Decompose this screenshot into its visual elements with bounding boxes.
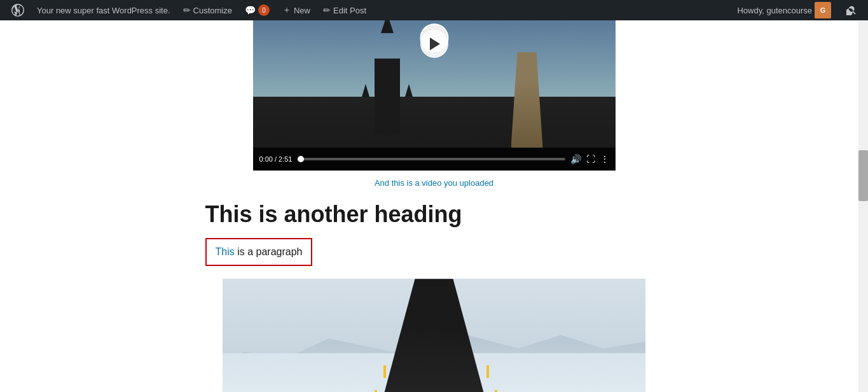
video-frame: [253, 20, 616, 148]
admin-bar: Your new super fast WordPress site. ✏ Cu…: [0, 0, 868, 20]
customize-item[interactable]: ✏ Customize: [177, 0, 238, 20]
new-icon: ＋: [282, 4, 291, 16]
road-marker-right-2: [486, 365, 489, 378]
paragraph-part2: is a paragraph: [235, 246, 303, 257]
wp-logo-item[interactable]: [5, 0, 31, 20]
volume-icon[interactable]: 🔊: [570, 154, 581, 164]
edit-post-label: Edit Post: [333, 6, 366, 15]
play-button[interactable]: [420, 30, 448, 58]
tower-spire: [381, 20, 394, 33]
video-container: 0:00 / 2:51 🔊 ⛶ ⋮: [253, 20, 616, 171]
howdy-item[interactable]: Howdy, gutencourse G: [731, 0, 837, 20]
tower-left-spire: [362, 84, 369, 97]
admin-bar-left: Your new super fast WordPress site. ✏ Cu…: [5, 0, 731, 20]
tower-right-spire: [405, 84, 413, 97]
post-image: [223, 279, 645, 392]
site-name-text: Your new super fast WordPress site.: [37, 6, 170, 15]
video-controls: 0:00 / 2:51 🔊 ⛶ ⋮: [253, 148, 616, 171]
progress-dot: [298, 156, 304, 162]
customize-icon: ✏: [183, 5, 191, 15]
comments-item[interactable]: 💬 0: [238, 0, 276, 20]
edit-icon: ✏: [323, 5, 331, 15]
avatar: G: [815, 2, 831, 18]
site-name-item[interactable]: Your new super fast WordPress site.: [31, 0, 177, 20]
tower-main: [375, 59, 400, 135]
scrollbar-thumb[interactable]: [858, 150, 868, 201]
video-time: 0:00 / 2:51: [259, 155, 293, 163]
video-caption: And this is a video you uploaded: [0, 178, 868, 188]
page-content: 0:00 / 2:51 🔊 ⛶ ⋮ And this is a video yo…: [0, 20, 868, 392]
paragraph-part1: This: [216, 246, 235, 257]
howdy-text: Howdy, gutencourse: [737, 6, 812, 15]
more-options-icon[interactable]: ⋮: [600, 154, 609, 164]
comments-icon: 💬: [245, 5, 256, 15]
edit-post-item[interactable]: ✏ Edit Post: [317, 0, 373, 20]
road-marker-left-2: [383, 365, 386, 378]
avatar-initials: G: [820, 6, 826, 14]
content-area: This is another heading This is a paragr…: [193, 200, 676, 392]
scrollbar-track[interactable]: [858, 20, 868, 392]
progress-bar[interactable]: [298, 158, 565, 160]
admin-bar-right: Howdy, gutencourse G: [731, 0, 863, 20]
customize-label: Customize: [193, 6, 232, 15]
fullscreen-icon[interactable]: ⛶: [586, 154, 595, 164]
play-triangle-icon: [430, 38, 440, 50]
paragraph-block: This is a paragraph: [205, 238, 313, 266]
search-icon: [846, 5, 857, 15]
wp-logo-icon: [11, 4, 24, 17]
comment-count: 0: [258, 4, 270, 16]
post-heading: This is another heading: [205, 200, 663, 228]
search-button[interactable]: [840, 0, 863, 20]
new-label: New: [294, 6, 310, 15]
video-caption-text: And this is a video you uploaded: [375, 178, 493, 188]
tower-silhouette: [362, 33, 413, 135]
paragraph-link[interactable]: This: [216, 246, 235, 257]
new-item[interactable]: ＋ New: [276, 0, 317, 20]
